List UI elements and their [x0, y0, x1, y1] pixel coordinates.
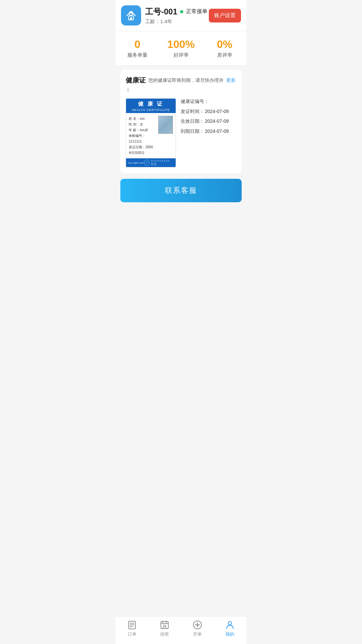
header-info: 工号-001 正常接单 工龄：1.4年: [145, 6, 207, 25]
cert-gender: 性 别：女: [129, 121, 156, 127]
nav-item-mine[interactable]: 我的: [214, 620, 247, 637]
status-label: 正常接单: [186, 8, 207, 15]
mine-icon: [225, 620, 235, 630]
cert-effective-row: 生效日期： 2024-07-09: [181, 118, 236, 125]
cert-issue-label: 发证时间：: [181, 108, 204, 115]
good-rate-label: 好评率: [159, 52, 203, 58]
stat-bad-rate: 0% 差评率: [203, 38, 246, 58]
cert-stamp-area: ⊕ XXXXXXXXX 医院: [144, 159, 174, 166]
create-icon: [192, 620, 202, 630]
health-card-notice: 您的健康证即将到期，请尽快办理并: [148, 77, 224, 84]
contact-service-button[interactable]: 联系客服: [120, 179, 242, 202]
cert-issue-row: 发证时间： 2024-07-09: [181, 108, 236, 115]
health-card-title-row: 健康证 您的健康证即将到期，请尽快办理并 更新 ！: [126, 76, 236, 94]
schedule-icon: [160, 620, 170, 630]
cert-no-row: 健康证编号：: [181, 98, 236, 105]
employee-id: 工号-001: [145, 6, 177, 17]
bad-rate-value: 0%: [203, 38, 246, 51]
health-card: 健康证 您的健康证即将到期，请尽快办理并 更新 ！ 健 康 证 HEALTH C…: [120, 70, 242, 173]
cert-expire-row: 到期日期： 2024-07-09: [181, 128, 236, 135]
cert-effective-label: 生效日期：: [181, 118, 204, 125]
good-rate-value: 100%: [159, 38, 203, 51]
nav-create-label: 开单: [193, 631, 202, 637]
stat-service-count: 0 服务单量: [116, 38, 159, 58]
service-count-label: 服务单量: [116, 52, 159, 58]
cert-issue-value: 2024-07-09: [205, 108, 229, 115]
cert-xxxx: XXXXXXXXX 医院: [151, 159, 174, 166]
cert-header: 健 康 证 HEALTH CERTIFICATE: [126, 99, 176, 113]
service-count-value: 0: [116, 38, 159, 51]
cert-expire-value: 2024-07-09: [205, 128, 229, 135]
health-card-body: 健 康 证 HEALTH CERTIFICATE 姓 名：xxx 性 别：女 年…: [126, 98, 236, 167]
nav-item-orders[interactable]: 订单: [116, 620, 148, 637]
cert-expire-label: 到期日期：: [181, 128, 204, 135]
header: 工号-001 正常接单 工龄：1.4年 账户设置: [116, 0, 246, 31]
cert-footer: xxx.nipic.com ⊕ XXXXXXXXX 医院: [126, 158, 176, 167]
status-indicator: [180, 10, 183, 13]
cert-issue-date-field: 发证日期：2000年0月00日: [129, 144, 156, 156]
cert-age: 年 龄：xxx岁: [129, 127, 156, 133]
cert-photo: [158, 116, 173, 134]
stats-bar: 0 服务单量 100% 好评率 0% 差评率: [116, 32, 246, 65]
health-card-title: 健康证: [126, 76, 146, 85]
nav-orders-label: 订单: [128, 631, 136, 637]
orders-icon: [127, 620, 137, 630]
bottom-spacer: [116, 207, 246, 247]
seniority-label: 工龄：1.4年: [145, 18, 207, 25]
health-cert-image: 健 康 证 HEALTH CERTIFICATE 姓 名：xxx 性 别：女 年…: [126, 98, 176, 167]
cert-logo: ⊕: [144, 160, 149, 166]
nav-schedule-label: 排班: [160, 631, 169, 637]
health-cert-update-link[interactable]: 更新: [226, 77, 236, 84]
nav-item-create[interactable]: 开单: [181, 620, 214, 637]
header-left: 工号-001 正常接单 工龄：1.4年: [121, 5, 207, 25]
cert-title-zh: 健 康 证: [127, 101, 174, 108]
health-cert-details: 健康证编号： 发证时间： 2024-07-09 生效日期： 2024-07-09…: [181, 98, 236, 138]
cert-fields: 姓 名：xxx 性 别：女 年 龄：xxx岁 体检编号：1111111 发证日期…: [129, 116, 156, 156]
nav-mine-label: 我的: [226, 631, 234, 637]
cert-body: 姓 名：xxx 性 别：女 年 龄：xxx岁 体检编号：1111111 发证日期…: [126, 113, 176, 158]
avatar: [121, 5, 141, 25]
account-settings-button[interactable]: 账户设置: [209, 9, 241, 22]
svg-point-16: [228, 622, 232, 625]
home-indicator: [116, 247, 246, 259]
contact-btn-wrap: 联系客服: [116, 173, 246, 207]
cert-title-en: HEALTH CERTIFICATE: [127, 108, 174, 112]
cert-name: 姓 名：xxx: [129, 116, 156, 121]
cert-no-label: 健康证编号：: [181, 98, 209, 105]
employee-id-row: 工号-001 正常接单: [145, 6, 207, 17]
bottom-nav: 订单 排班 开单: [116, 616, 246, 644]
svg-rect-2: [130, 17, 132, 20]
stat-good-rate: 100% 好评率: [159, 38, 203, 58]
bad-rate-label: 差评率: [203, 52, 246, 58]
nav-item-schedule[interactable]: 排班: [148, 620, 181, 637]
cert-exam-no: 体检编号：1111111: [129, 133, 156, 144]
health-card-notice-end: ！: [126, 88, 130, 94]
cert-effective-value: 2024-07-09: [205, 118, 229, 125]
cert-footer-left: xxx.nipic.com: [128, 161, 144, 164]
